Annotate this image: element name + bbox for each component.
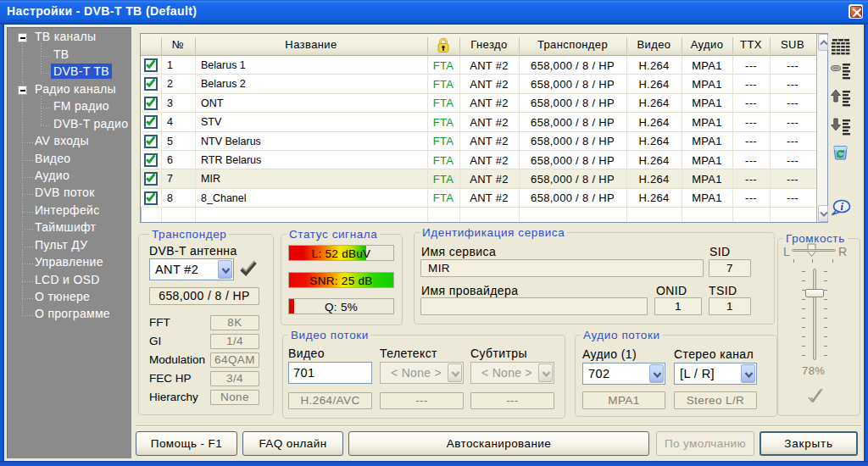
svg-text:i: i <box>841 201 844 213</box>
